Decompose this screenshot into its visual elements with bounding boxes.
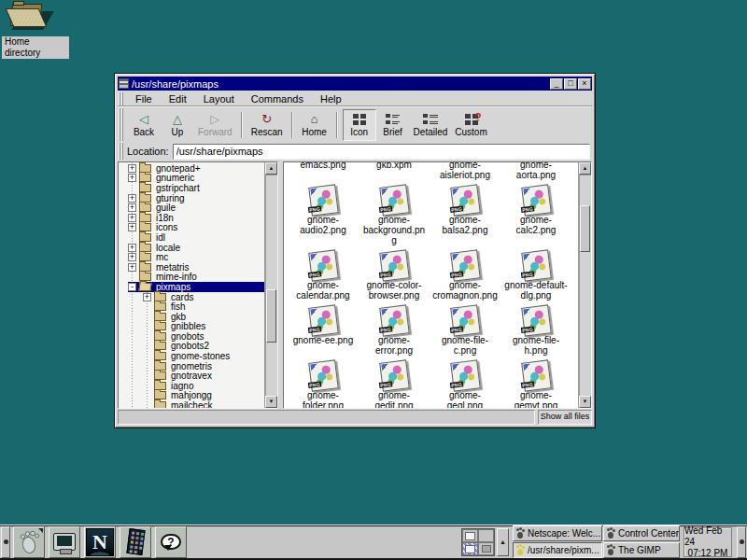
file-item[interactable]: PNGgnome-gegl.png bbox=[430, 361, 500, 408]
brief-view-button[interactable]: Brief bbox=[376, 109, 410, 141]
maximize-button[interactable]: □ bbox=[564, 78, 577, 90]
file-item[interactable]: PNGgnome-cromagnon.png bbox=[430, 251, 500, 301]
help-launcher[interactable]: ? bbox=[155, 526, 187, 558]
rescan-button[interactable]: ↻ Rescan bbox=[247, 109, 287, 141]
tree-item-iagno[interactable]: iagno bbox=[119, 381, 264, 391]
expander-minus-icon[interactable]: - bbox=[128, 283, 136, 291]
tree-item-gkb[interactable]: gkb bbox=[119, 312, 264, 322]
expander-plus-icon[interactable]: + bbox=[128, 263, 136, 272]
desktop-pager[interactable] bbox=[461, 528, 495, 556]
png-file-icon: PNG bbox=[308, 304, 339, 336]
file-item[interactable]: PNGgnome-color-browser.png bbox=[359, 251, 429, 301]
netscape-launcher[interactable]: N bbox=[84, 526, 116, 558]
tree-panel: +gnotepad+ +gnumeric gstripchart +gturin… bbox=[118, 161, 278, 409]
task-control-center[interactable]: Control Center bbox=[603, 525, 680, 541]
show-all-files-button[interactable]: Show all files bbox=[538, 410, 592, 425]
expander-plus-icon[interactable]: + bbox=[128, 203, 136, 212]
forward-button[interactable]: ▷ Forward bbox=[194, 109, 236, 141]
file-label[interactable]: gnome-aisleriot.png bbox=[430, 162, 500, 180]
file-item[interactable]: PNGgnome-file-h.png bbox=[501, 306, 571, 356]
keypad-launcher[interactable] bbox=[120, 526, 151, 558]
pager-desktop-3-active[interactable] bbox=[462, 542, 478, 555]
file-item[interactable]: PNGgnome-gedit.png bbox=[359, 361, 429, 408]
menu-file[interactable]: File bbox=[127, 92, 161, 105]
tree-item-gnibbles[interactable]: gnibbles bbox=[119, 322, 264, 332]
window-menu-icon[interactable] bbox=[119, 78, 129, 89]
task-netscape[interactable]: Netscape: Welc... bbox=[513, 525, 602, 541]
tree-item-gnome-stones[interactable]: gnome-stones bbox=[119, 351, 264, 361]
tree-item-mailcheck[interactable]: mailcheck bbox=[119, 400, 264, 408]
tree-item-gnobots2[interactable]: gnobots2 bbox=[119, 342, 264, 352]
toolbar: ◁ Back △ Up ▷ Forward ↻ Rescan ⌂ Home bbox=[118, 106, 592, 142]
expander-plus-icon[interactable]: + bbox=[128, 223, 136, 231]
menu-commands[interactable]: Commands bbox=[243, 92, 312, 105]
detailed-view-button[interactable]: Detailed bbox=[410, 109, 452, 141]
file-item[interactable]: PNGgnome-file-c.png bbox=[430, 306, 500, 356]
file-item[interactable]: PNGgnome-audio2.png bbox=[289, 186, 358, 235]
tree-scrollbar[interactable]: ▲ ▼ bbox=[264, 162, 277, 408]
expander-plus-icon[interactable]: + bbox=[128, 253, 136, 261]
pager-desktop-1[interactable] bbox=[462, 529, 478, 542]
menu-help[interactable]: Help bbox=[312, 92, 350, 105]
expander-plus-icon[interactable]: + bbox=[143, 293, 151, 301]
pager-desktop-4[interactable] bbox=[478, 542, 494, 555]
scrollbar-thumb[interactable] bbox=[580, 205, 590, 252]
tree-item-gnotravex[interactable]: gnotravex bbox=[119, 371, 264, 381]
menubar-grip[interactable] bbox=[119, 92, 124, 105]
file-item[interactable]: PNGgnome-default-dlg.png bbox=[501, 251, 571, 301]
expander-plus-icon[interactable]: + bbox=[128, 174, 136, 182]
expander-plus-icon[interactable]: + bbox=[128, 214, 136, 222]
file-item[interactable]: PNGgnome-calendar.png bbox=[289, 251, 358, 301]
scroll-down-icon[interactable]: ▼ bbox=[265, 396, 277, 408]
tree-item-fish[interactable]: fish bbox=[119, 301, 264, 312]
main-menu-button[interactable] bbox=[13, 526, 45, 558]
menu-layout[interactable]: Layout bbox=[195, 92, 243, 105]
tree-item-mahjongg[interactable]: mahjongg bbox=[119, 391, 264, 401]
task-gimp[interactable]: The GIMP bbox=[603, 542, 680, 558]
file-item[interactable]: PNGgnome-balsa2.png bbox=[430, 186, 500, 235]
expander-plus-icon[interactable]: + bbox=[128, 164, 136, 173]
tree-item-gnometris[interactable]: gnometris bbox=[119, 361, 264, 371]
panel-hide-right-button[interactable] bbox=[737, 526, 746, 558]
location-grip[interactable] bbox=[119, 143, 124, 160]
scroll-down-icon[interactable]: ▼ bbox=[579, 396, 591, 408]
tasklist-arrow-button[interactable]: ▲ bbox=[497, 528, 509, 556]
menu-edit[interactable]: Edit bbox=[161, 92, 195, 105]
scroll-up-icon[interactable]: ▲ bbox=[579, 162, 591, 175]
pager-desktop-2[interactable] bbox=[478, 529, 494, 542]
icon-view-button[interactable]: Icon bbox=[343, 109, 376, 141]
terminal-launcher[interactable] bbox=[49, 526, 80, 558]
custom-view-button[interactable]: ? Custom bbox=[451, 109, 490, 141]
file-item[interactable]: PNGgnome-ee.png bbox=[289, 306, 358, 345]
toolbar-grip[interactable] bbox=[119, 108, 124, 141]
close-button[interactable]: × bbox=[578, 78, 591, 90]
file-label[interactable]: gnome-aorta.png bbox=[501, 162, 571, 180]
minimize-button[interactable]: _ bbox=[550, 78, 563, 90]
icon-view-scrollbar[interactable]: ▲ ▼ bbox=[578, 162, 591, 408]
tree-item-pixmaps[interactable]: -pixmaps bbox=[119, 282, 264, 292]
file-item[interactable]: PNGgnome-calc2.png bbox=[501, 186, 571, 235]
expander-plus-icon[interactable]: + bbox=[128, 244, 136, 252]
clock-applet[interactable]: Wed Feb 24 07:12 PM bbox=[684, 527, 732, 557]
up-button[interactable]: △ Up bbox=[161, 109, 194, 141]
tree-item-gnobots[interactable]: gnobots bbox=[119, 331, 264, 342]
file-item[interactable]: PNGgnome-gemvt.png bbox=[501, 361, 571, 408]
panel-hide-left-button[interactable] bbox=[1, 526, 10, 558]
titlebar[interactable]: /usr/share/pixmaps _ □ × bbox=[118, 77, 592, 91]
menubar: File Edit Layout Commands Help bbox=[118, 91, 592, 106]
task-file-manager[interactable]: /usr/share/pixm... bbox=[513, 542, 602, 558]
file-item[interactable]: PNGgnome-error.png bbox=[359, 306, 429, 356]
file-item[interactable]: PNGgnome-background.png bbox=[359, 186, 429, 245]
file-label[interactable]: gkb.xpm bbox=[359, 162, 429, 180]
scroll-up-icon[interactable]: ▲ bbox=[265, 162, 277, 175]
file-item[interactable]: PNGgnome-folder.png bbox=[289, 361, 358, 408]
tree-item-cards[interactable]: +cards bbox=[119, 292, 264, 302]
home-button[interactable]: ⌂ Home bbox=[298, 109, 331, 141]
back-button[interactable]: ◁ Back bbox=[127, 109, 161, 141]
location-input[interactable] bbox=[173, 144, 590, 160]
clock-date: Wed Feb 24 bbox=[684, 525, 731, 548]
expander-plus-icon[interactable]: + bbox=[128, 194, 136, 203]
scrollbar-thumb[interactable] bbox=[266, 289, 276, 343]
file-label[interactable]: emacs.png bbox=[289, 162, 358, 180]
home-directory-desktop-icon[interactable]: Home directory bbox=[2, 2, 69, 60]
